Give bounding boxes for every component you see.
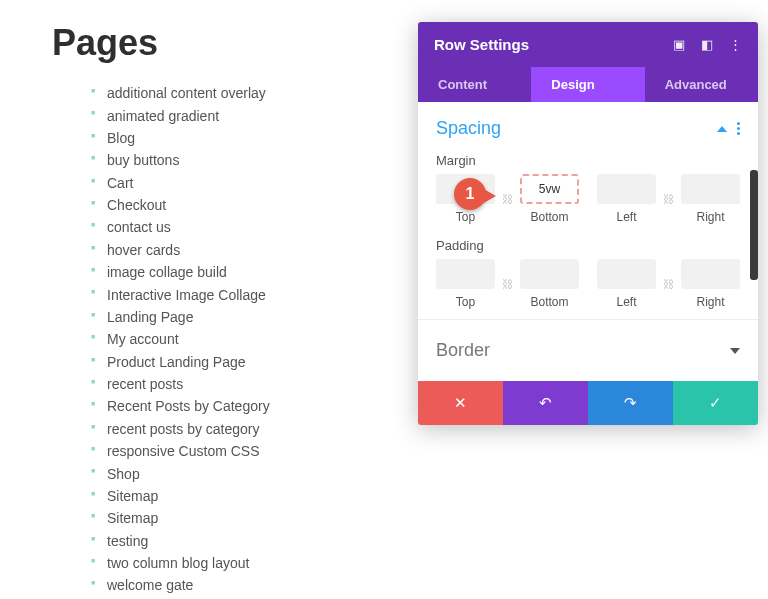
more-icon[interactable]: ⋮ [729,37,742,52]
page-link[interactable]: image collage build [107,261,382,283]
padding-left-input[interactable] [597,259,656,289]
page-link[interactable]: two column blog layout [107,552,382,574]
page-link[interactable]: recent posts by category [107,418,382,440]
page-link[interactable]: Checkout [107,194,382,216]
chevron-down-icon [730,348,740,354]
page-link[interactable]: contact us [107,216,382,238]
close-button[interactable]: ✕ [418,381,503,425]
page-link[interactable]: My account [107,328,382,350]
tabs: Content Design Advanced [418,67,758,102]
page-link[interactable]: Shop [107,462,382,484]
padding-top-label: Top [456,295,475,309]
spacing-section-header[interactable]: Spacing [418,102,758,149]
spacing-title: Spacing [436,118,501,139]
link-icon[interactable]: ⛓ [501,278,514,290]
page-link[interactable]: Recent Posts by Category [107,395,382,417]
margin-left-input[interactable] [597,174,656,204]
padding-label: Padding [436,238,740,253]
page-link[interactable]: buy buttons [107,149,382,171]
padding-left-label: Left [616,295,636,309]
padding-right-label: Right [696,295,724,309]
undo-button[interactable]: ↶ [503,381,588,425]
page-link[interactable]: testing [107,530,382,552]
page-link[interactable]: Blog [107,127,382,149]
link-icon[interactable]: ⛓ [662,278,675,290]
margin-right-input[interactable] [681,174,740,204]
padding-group: Padding Top ⛓ Bottom Left ⛓ Right [418,234,758,319]
margin-top-input[interactable] [436,174,495,204]
page-link[interactable]: additional content overlay [107,82,382,104]
margin-bottom-label: Bottom [530,210,568,224]
tab-content[interactable]: Content [418,67,531,102]
page-link[interactable]: welcome gate [107,574,382,596]
page-link[interactable]: hover cards [107,239,382,261]
margin-top-label: Top [456,210,475,224]
margin-group: Margin Top ⛓ 5vw Bottom Left ⛓ Right [418,149,758,234]
row-settings-panel: Row Settings ▣ ◧ ⋮ Content Design Advanc… [418,22,758,425]
link-icon[interactable]: ⛓ [662,193,675,205]
margin-label: Margin [436,153,740,168]
page-link[interactable]: Sitemap [107,485,382,507]
page-link[interactable]: Landing Page [107,306,382,328]
page-link[interactable]: animated gradient [107,104,382,126]
padding-top-input[interactable] [436,259,495,289]
margin-right-label: Right [696,210,724,224]
padding-bottom-input[interactable] [520,259,579,289]
tab-design[interactable]: Design [531,67,644,102]
link-icon[interactable]: ⛓ [501,193,514,205]
page-title: Pages [52,22,382,64]
margin-left-label: Left [616,210,636,224]
page-link[interactable]: responsive Custom CSS [107,440,382,462]
redo-button[interactable]: ↷ [588,381,673,425]
border-section-header[interactable]: Border [418,319,758,381]
action-bar: ✕ ↶ ↷ ✓ [418,381,758,425]
margin-bottom-input[interactable]: 5vw [520,174,579,204]
panel-title: Row Settings [434,36,529,53]
scrollbar[interactable] [750,170,758,280]
padding-right-input[interactable] [681,259,740,289]
tab-advanced[interactable]: Advanced [645,67,758,102]
help-icon[interactable]: ◧ [701,37,713,52]
save-button[interactable]: ✓ [673,381,758,425]
page-link[interactable]: Interactive Image Collage [107,283,382,305]
page-link[interactable]: Sitemap [107,507,382,529]
padding-bottom-label: Bottom [530,295,568,309]
chevron-up-icon [717,126,727,132]
page-link[interactable]: Product Landing Page [107,351,382,373]
expand-icon[interactable]: ▣ [673,37,685,52]
panel-header: Row Settings ▣ ◧ ⋮ [418,22,758,67]
page-link[interactable]: recent posts [107,373,382,395]
border-title: Border [436,340,490,361]
pages-list: additional content overlayanimated gradi… [52,82,382,597]
page-link[interactable]: Cart [107,172,382,194]
kebab-icon[interactable] [737,122,740,135]
